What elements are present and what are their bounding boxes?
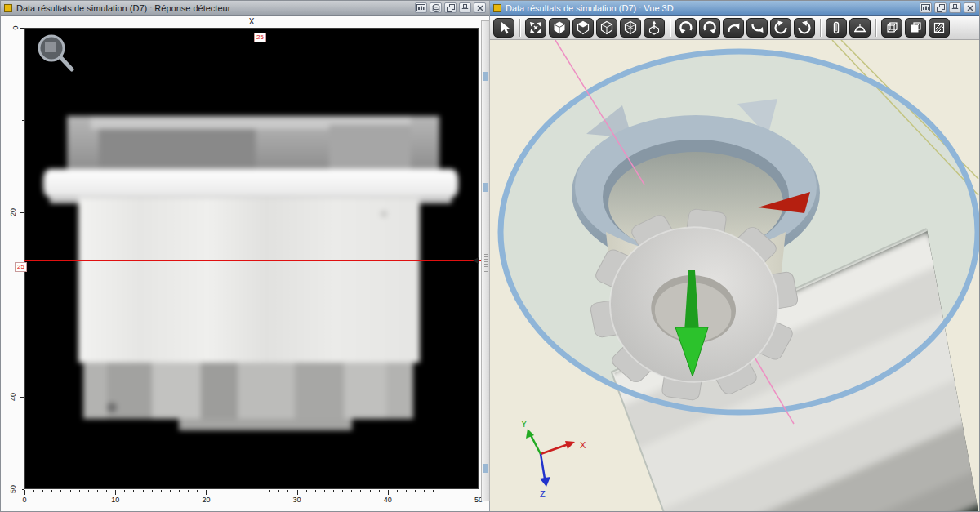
pin-icon[interactable] — [459, 2, 471, 13]
view-hidden-line-button[interactable] — [596, 18, 617, 38]
report-icon[interactable] — [920, 2, 932, 13]
view-wireframe-button[interactable] — [620, 18, 641, 38]
window-buttons — [415, 2, 486, 13]
view-explode-button[interactable] — [644, 18, 665, 38]
panel-title: Data résultats de simulation (D7) : Répo… — [16, 3, 411, 13]
float-window-icon[interactable] — [934, 2, 947, 13]
x-axis-title: X — [249, 17, 255, 26]
view3d-viewport[interactable]: X Y Z — [490, 40, 980, 512]
cylinder-view-button[interactable] — [826, 18, 847, 38]
background-hatch-button[interactable] — [929, 18, 950, 38]
view-shaded-button[interactable] — [572, 18, 594, 38]
view3d-panel-titlebar[interactable]: Data résultats de simulation (D7) : Vue … — [490, 1, 979, 16]
toolbar-separator — [519, 19, 520, 37]
float-window-icon[interactable] — [444, 2, 457, 13]
x-axis-ticks: 01020304050 — [24, 490, 479, 510]
crosshair-x-value[interactable]: 25 — [254, 33, 266, 42]
select-tool-button[interactable] — [493, 18, 514, 38]
detector-response-panel: Data résultats de simulation (D7) : Répo… — [1, 1, 490, 511]
scrollbar-mark — [483, 464, 488, 473]
view3d-toolbar — [490, 16, 979, 40]
spin-ccw-button[interactable] — [770, 18, 791, 38]
rotate-up-right-button[interactable] — [699, 18, 720, 38]
scrollbar-mark — [483, 183, 488, 192]
pin-icon[interactable] — [949, 2, 961, 13]
rotate-right-button[interactable] — [723, 18, 744, 38]
toolbar-separator — [670, 19, 670, 37]
plot-area-wrapper: X 25 25 01020304050 0204050 — [1, 16, 489, 511]
view-solid-button[interactable] — [549, 18, 570, 38]
spin-cw-button[interactable] — [794, 18, 815, 38]
rotate-down-button[interactable] — [746, 18, 768, 38]
close-icon[interactable] — [474, 2, 486, 13]
y-slider-indicator-icon[interactable] — [473, 257, 479, 264]
database-icon[interactable] — [430, 2, 442, 13]
window-buttons — [920, 2, 976, 13]
detector-panel-titlebar[interactable]: Data résultats de simulation (D7) : Répo… — [1, 1, 489, 16]
box-solid-button[interactable] — [905, 18, 926, 38]
crosshair-horizontal-line[interactable] — [24, 260, 481, 261]
box-transparent-button[interactable] — [881, 18, 902, 38]
triad-z-label: Z — [540, 489, 546, 499]
triad-y-label: Y — [521, 419, 528, 429]
scrollbar-grip[interactable] — [484, 252, 488, 273]
toolbar-separator — [820, 19, 821, 37]
document-icon — [4, 4, 12, 12]
scrollbar-mark — [483, 72, 488, 81]
report-icon[interactable] — [415, 2, 427, 13]
triad-x-label: X — [580, 440, 586, 450]
view-3d-panel: Data résultats de simulation (D7) : Vue … — [490, 1, 979, 511]
magnifier-icon — [33, 32, 79, 79]
application-window: Data résultats de simulation (D7) : Répo… — [0, 0, 980, 512]
document-icon — [493, 4, 501, 12]
dome-view-button[interactable] — [849, 18, 871, 38]
y-slice-scrollbar[interactable] — [481, 20, 490, 501]
y-axis-ticks: 0204050 — [17, 28, 24, 489]
close-icon[interactable] — [964, 2, 976, 13]
crosshair-vertical-line[interactable] — [252, 28, 252, 489]
rotate-up-left-button[interactable] — [675, 18, 697, 38]
fit-view-button[interactable] — [525, 18, 546, 38]
toolbar-separator — [875, 19, 876, 37]
scene-3d: X Y Z — [490, 40, 980, 512]
panel-title: Data résultats de simulation (D7) : Vue … — [506, 3, 915, 13]
